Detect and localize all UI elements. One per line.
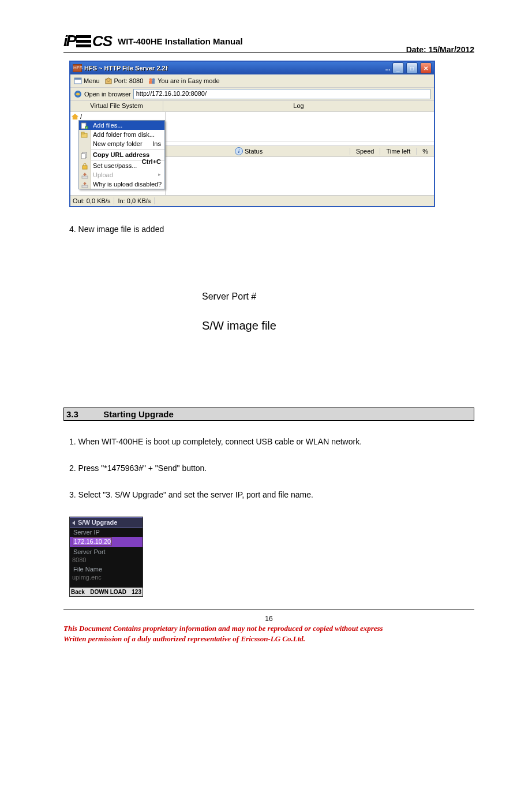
sw-back-button[interactable]: Back	[71, 589, 85, 595]
close-button[interactable]: ✕	[420, 62, 432, 74]
ctx-add-files-label: Add files...	[93, 122, 122, 129]
ctx-add-folder-label: Add folder from disk...	[93, 131, 155, 138]
menu-button[interactable]: Menu	[74, 77, 100, 85]
hfs-column-headers: Virtual File System Log	[70, 101, 434, 112]
sw-server-port-value: 8080	[72, 556, 86, 563]
sw-input-mode[interactable]: 123	[132, 589, 141, 595]
title-dots: ...	[385, 65, 391, 72]
out-speed: Out: 0,0 KB/s	[73, 197, 114, 204]
svg-rect-15	[81, 154, 85, 159]
section-title: Starting Upgrade	[103, 409, 174, 419]
log-textarea[interactable]	[166, 112, 434, 141]
port-label: Port: 8080	[114, 77, 144, 84]
ctx-new-empty-label: New empty folder	[93, 140, 143, 147]
minimize-button[interactable]: _	[392, 62, 404, 74]
ctx-why-disabled-label: Why is upload disabled?	[93, 181, 162, 188]
ipecs-logo: i P CS	[63, 32, 112, 50]
annotation-sw-image: S/W image file	[202, 319, 474, 332]
sw-file-name-input[interactable]: upimg.enc	[70, 574, 143, 582]
sw-file-name-label: File Name	[70, 565, 143, 574]
in-speed: In: 0,0 KB/s	[118, 197, 155, 204]
port-icon	[104, 77, 113, 85]
svg-text:+: +	[86, 126, 88, 129]
sw-server-ip-value: 172.16.10.20	[73, 537, 112, 545]
info-icon: i	[235, 147, 243, 155]
sw-server-ip-input[interactable]: 172.16.10.20	[70, 537, 143, 547]
step-1: 1. When WIT-400HE is boot up completely,…	[69, 437, 474, 446]
status-col: i Status	[166, 147, 350, 155]
log-pane: i Status Speed Time left %	[166, 112, 434, 195]
context-menu: + Add files... Add folder from disk... N…	[78, 120, 165, 189]
svg-rect-18	[82, 185, 88, 188]
footer-rule	[63, 610, 474, 610]
ie-icon	[74, 90, 82, 98]
step-3: 3. Select "3. S/W Upgrade" and set the s…	[69, 490, 474, 499]
copy-icon	[81, 152, 89, 159]
section-number: 3.3	[66, 409, 101, 419]
sw-title: S/W Upgrade	[70, 517, 143, 528]
logo-bars-icon	[76, 35, 91, 47]
menu-icon	[74, 77, 82, 85]
ctx-copy-url[interactable]: Copy URL address Ctrl+C	[79, 150, 164, 159]
annotation-server-port: Server Port #	[202, 291, 474, 302]
page-number: 16	[63, 615, 474, 623]
port-indicator[interactable]: Port: 8080	[104, 77, 144, 85]
ctx-copy-url-label: Copy URL address	[93, 151, 149, 158]
root-slash: /	[80, 113, 82, 120]
hfs-toolbar: Menu Port: 8080 You are in Easy mode	[70, 74, 434, 88]
home-icon	[72, 114, 78, 119]
speed-col: Speed	[350, 148, 380, 155]
maximize-button[interactable]: □	[406, 62, 418, 74]
logo-p: P	[66, 32, 76, 50]
sw-server-ip-label: Server IP	[70, 528, 143, 537]
disclaimer-1: This Document Contains proprietary infor…	[63, 624, 474, 633]
mode-indicator[interactable]: You are in Easy mode	[148, 77, 219, 85]
vfs-root[interactable]: /	[72, 113, 164, 120]
lock-icon	[81, 163, 89, 170]
sw-upgrade-screen: S/W Upgrade Server IP 172.16.10.20 Serve…	[69, 517, 143, 597]
url-value: http://172.16.10.20:8080/	[136, 90, 207, 97]
step-2: 2. Press "*1475963#" + "Send" button.	[69, 463, 474, 473]
window-buttons: _ □ ✕	[392, 62, 432, 74]
step-4: 4. New image file is added	[69, 225, 474, 234]
svg-point-4	[149, 78, 152, 81]
vfs-pane[interactable]: / + Add files... Add folder from disk...…	[70, 112, 166, 195]
time-col: Time left	[380, 148, 416, 155]
status-label: Status	[245, 148, 263, 155]
mode-label: You are in Easy mode	[158, 77, 219, 84]
svg-rect-13	[81, 132, 84, 134]
ctx-add-folder[interactable]: Add folder from disk...	[79, 130, 164, 139]
steps-list: 1. When WIT-400HE is boot up completely,…	[63, 437, 474, 499]
section-heading: 3.3 Starting Upgrade	[63, 408, 474, 421]
svg-rect-17	[82, 176, 88, 178]
hfs-body: / + Add files... Add folder from disk...…	[70, 112, 434, 195]
url-input[interactable]: http://172.16.10.20:8080/	[133, 89, 430, 99]
people-icon	[148, 77, 156, 85]
open-browser-label[interactable]: Open in browser	[84, 91, 131, 98]
sw-softkeys: Back DOWN LOAD 123	[70, 588, 143, 596]
upload-icon	[81, 172, 89, 179]
ctx-set-user-label: Set user/pass...	[93, 162, 137, 169]
sw-download-button[interactable]: DOWN LOAD	[90, 589, 126, 595]
svg-point-5	[152, 78, 155, 81]
svg-rect-16	[83, 166, 87, 169]
svg-point-3	[107, 78, 110, 81]
hfs-window: HFS HFS ~ HTTP File Server 2.2f ... _ □ …	[69, 61, 435, 207]
ctx-add-files[interactable]: + Add files...	[79, 121, 164, 130]
sw-file-name-value: upimg.enc	[72, 574, 102, 581]
doc-date: Date: 15/Mar/2012	[406, 45, 474, 54]
ctx-new-empty[interactable]: New empty folder Ins	[79, 139, 164, 148]
ctx-why-disabled[interactable]: Why is upload disabled?	[79, 180, 164, 189]
submenu-arrow-icon: ▸	[158, 171, 161, 177]
ctx-upload: Upload ▸	[79, 170, 164, 180]
sw-server-port-label: Server Port	[70, 547, 143, 556]
ctx-sep-1	[79, 149, 164, 149]
page-plus-icon: +	[81, 122, 89, 129]
sw-server-port-input[interactable]: 8080	[70, 556, 143, 565]
ctx-set-user[interactable]: Set user/pass...	[79, 161, 164, 170]
folder-plus-icon	[81, 132, 89, 139]
upload-icon-2	[81, 181, 89, 188]
menu-label: Menu	[84, 77, 100, 84]
hfs-titlebar: HFS HFS ~ HTTP File Server 2.2f ... _ □ …	[70, 62, 434, 74]
transfer-columns: i Status Speed Time left %	[166, 145, 434, 157]
